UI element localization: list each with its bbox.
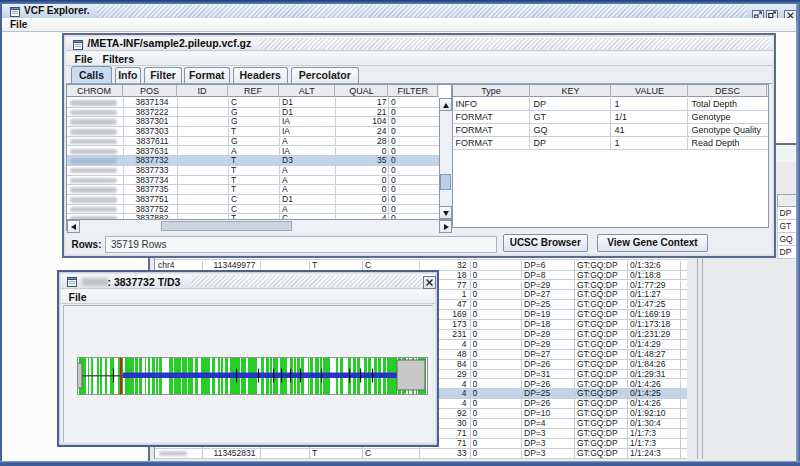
horizontal-scrollbar-thumb[interactable] xyxy=(161,221,292,232)
scroll-down-button[interactable] xyxy=(439,206,452,219)
gridline xyxy=(388,166,389,175)
gridline xyxy=(521,290,522,299)
ucsc-browser-button[interactable]: UCSC Browser xyxy=(503,234,588,252)
detail-row[interactable]: FORMATGT1/1Genotype xyxy=(453,111,768,124)
desktop-pane: DPGTGQDP chr4113449977TC320DP=6GT:GQ:DP0… xyxy=(2,33,796,461)
cell-format: GT:GQ:DP xyxy=(577,300,628,310)
cell-desc: Total Depth xyxy=(689,98,768,111)
tab-info[interactable]: Info xyxy=(115,67,142,83)
window-titlebar[interactable]: VCF Explorer. xyxy=(2,4,796,18)
cell-filter: 0 xyxy=(473,320,521,330)
right-handle[interactable] xyxy=(397,360,425,390)
gridline xyxy=(177,166,178,175)
tab-filter[interactable]: Filter xyxy=(144,67,182,83)
gridline xyxy=(177,147,178,156)
cell-alt: C xyxy=(365,449,417,459)
calls-table-header: CHROMPOSIDREFALTQUALFILTER xyxy=(67,85,439,98)
cell-alt: A xyxy=(282,137,332,147)
calls-row[interactable]: 3837735TA00 xyxy=(67,185,439,195)
detail-row[interactable]: INFODP1Total Depth xyxy=(453,98,768,111)
tab-calls[interactable]: Calls xyxy=(71,66,112,83)
gridline xyxy=(177,205,178,214)
cell-format: GT:GQ:DP xyxy=(577,389,628,399)
detail-row[interactable]: FORMATDP1Read Depth xyxy=(453,137,768,150)
calls-row[interactable]: 3837752CA00 xyxy=(67,205,439,215)
vcf-frame-title: /META-INF/sample2.pileup.vcf.gz xyxy=(88,37,252,50)
menu-file[interactable]: File xyxy=(69,290,87,304)
calls-row[interactable]: 3837631AIA00 xyxy=(67,147,439,157)
cell-filter: 0 xyxy=(391,176,436,186)
vertical-scrollbar-thumb[interactable] xyxy=(440,174,451,190)
cell-info: DP=29 xyxy=(524,281,575,291)
gene-context-titlebar[interactable]: : 3837732 T/D3 xyxy=(61,274,436,289)
close-icon[interactable] xyxy=(423,276,436,289)
calls-row[interactable]: 3837734TA00 xyxy=(67,176,439,186)
calls-row[interactable]: 3837134CD1170 xyxy=(67,98,439,108)
calls-row[interactable]: 3837611GA280 xyxy=(67,137,439,147)
gridline xyxy=(177,137,178,146)
gridline xyxy=(228,98,229,107)
cell-format: GT:GQ:DP xyxy=(577,399,628,409)
menu-file[interactable]: File xyxy=(10,18,27,32)
cell-type: FORMAT xyxy=(453,124,530,137)
calls-row[interactable]: 3837222GD1210 xyxy=(67,108,439,118)
cell-sample: 0/1:4:29 xyxy=(630,340,681,350)
cell-qual: 17 xyxy=(336,98,387,108)
gridline xyxy=(521,271,522,280)
cell-info: DP=3 xyxy=(524,449,575,459)
cell-qual: 0 xyxy=(336,185,387,195)
tab-format[interactable]: Format xyxy=(184,67,230,83)
cell-info: DP=25 xyxy=(524,389,575,399)
calls-row[interactable]: 3837733TA00 xyxy=(67,166,439,176)
scroll-right-button[interactable] xyxy=(439,220,452,233)
gridline xyxy=(521,389,522,398)
tick-mark xyxy=(273,368,274,382)
cell-ref: T xyxy=(312,449,360,459)
cell-info: DP=8 xyxy=(524,271,575,281)
bg-key-cell: DP xyxy=(777,207,796,220)
menu-file[interactable]: File xyxy=(75,52,93,66)
calls-row[interactable]: 3837303TIA240 xyxy=(67,127,439,137)
chromosome-ideogram[interactable] xyxy=(77,357,428,395)
tick-mark xyxy=(258,368,259,382)
window-menubar: File xyxy=(2,18,796,32)
rows-label: Rows: xyxy=(72,239,102,250)
cell-ref: T xyxy=(231,176,277,186)
view-gene-context-button[interactable]: View Gene Context xyxy=(597,234,708,252)
cell-filter: 0 xyxy=(473,360,521,370)
cell-key: DP xyxy=(531,137,611,150)
cell-info: DP=18 xyxy=(524,320,575,330)
region-bar xyxy=(123,372,397,378)
gridline xyxy=(470,389,471,398)
redacted-chrom-cell xyxy=(159,451,187,457)
tab-headers[interactable]: Headers xyxy=(233,67,289,83)
gridline xyxy=(309,449,310,458)
cell-filter: 0 xyxy=(391,205,436,215)
detail-row[interactable]: FORMATGQ41Genotype Quality xyxy=(453,124,768,137)
calls-row[interactable]: 3837301GIA1040 xyxy=(67,117,439,127)
menu-filters[interactable]: Filters xyxy=(103,52,135,66)
cell-key: DP xyxy=(531,98,611,111)
cell-sample: 0/1:173:18 xyxy=(630,320,681,330)
gridline xyxy=(228,156,229,165)
cell-type: INFO xyxy=(453,98,530,111)
calls-row[interactable]: 3837732TD3350 xyxy=(67,156,439,166)
cell-format: GT:GQ:DP xyxy=(577,350,628,360)
column-header-chrom: CHROM xyxy=(67,85,123,98)
gridline xyxy=(388,108,389,117)
scroll-up-button[interactable] xyxy=(439,98,452,111)
scroll-left-button[interactable] xyxy=(67,220,80,233)
cell-sample: 0/1:4:26 xyxy=(630,380,681,390)
bg-row[interactable]: 113452831TC330DP=3GT:GQ:DP1/1:24:3 xyxy=(155,449,687,459)
gridline xyxy=(470,380,471,389)
calls-row[interactable]: 3837751CD100 xyxy=(67,195,439,205)
left-handle[interactable] xyxy=(78,363,82,388)
detail-table-pane: TypeKEYVALUEDESC INFODP1Total DepthFORMA… xyxy=(452,84,769,229)
titlebar-texture xyxy=(191,275,423,287)
vcf-frame-titlebar[interactable]: /META-INF/sample2.pileup.vcf.gz xyxy=(66,37,773,51)
gridline xyxy=(470,419,471,428)
tab-percolator[interactable]: Percolator xyxy=(291,67,359,83)
gridline xyxy=(470,320,471,329)
vertical-scrollbar[interactable] xyxy=(439,98,452,219)
gridline xyxy=(388,117,389,126)
